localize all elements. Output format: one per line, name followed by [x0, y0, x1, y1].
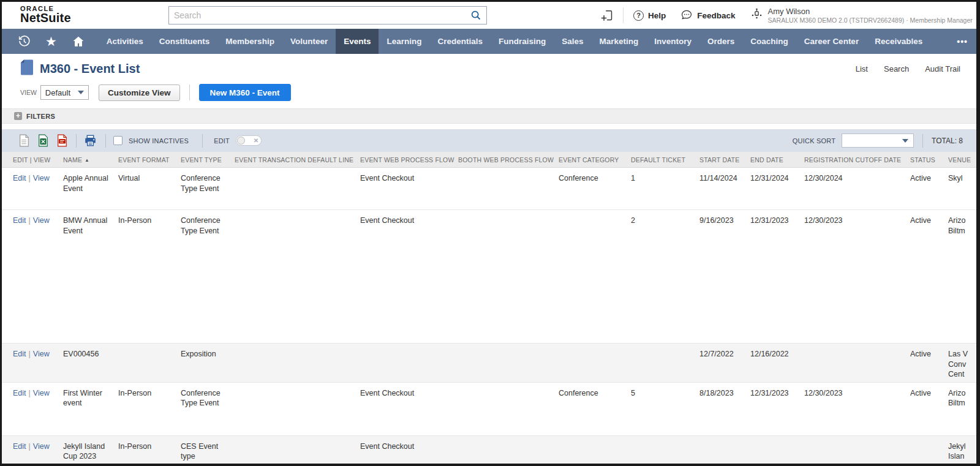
nav-tab-coaching[interactable]: Coaching [742, 29, 796, 54]
column-header-status[interactable]: STATUS [910, 152, 948, 168]
edit-link[interactable]: Edit [13, 389, 26, 397]
link-separator: | [29, 442, 31, 451]
column-header-start[interactable]: START DATE [699, 152, 750, 168]
quick-sort-select[interactable] [842, 133, 914, 148]
page-links: ListSearchAudit Trail [856, 64, 960, 73]
recent-records-icon[interactable] [18, 35, 31, 48]
column-header-category[interactable]: EVENT CATEGORY [559, 152, 631, 168]
cell-ticket [631, 344, 699, 383]
user-role-menu[interactable]: Amy Wilson SARALUX M360 DEMO 2.0 (TSTDRV… [750, 7, 980, 24]
help-menu[interactable]: ? Help [633, 10, 666, 21]
create-new-icon[interactable] [601, 9, 614, 22]
cell-txn [235, 435, 360, 466]
column-header-ticket[interactable]: DEFAULT TICKET [631, 152, 699, 168]
search-icon[interactable] [466, 10, 486, 21]
home-icon[interactable] [72, 35, 85, 48]
feedback-menu[interactable]: Feedback [680, 9, 735, 23]
page-link-list[interactable]: List [856, 64, 868, 73]
cell-cutoff: 12/30/2023 [804, 382, 910, 435]
nav-tab-membership[interactable]: Membership [217, 29, 282, 54]
cell-cutoff [804, 344, 910, 383]
nav-icons: ★ [2, 29, 99, 54]
cell-actions: Edit|View [2, 435, 63, 466]
view-select[interactable]: Default [40, 85, 89, 100]
export-csv-icon[interactable] [19, 134, 29, 147]
nav-tab-marketing[interactable]: Marketing [592, 29, 647, 54]
feedback-label: Feedback [697, 11, 735, 20]
edit-link[interactable]: Edit [13, 174, 26, 182]
table-row: Edit|ViewBMW Annual EventIn-PersonConfer… [2, 210, 980, 344]
export-pdf-icon[interactable] [57, 134, 67, 147]
cell-ticket [631, 435, 699, 466]
search-input[interactable] [169, 10, 466, 20]
new-event-button[interactable]: New M360 - Event [199, 84, 291, 101]
cell-type: CES Event type [181, 435, 235, 466]
column-header-end[interactable]: END DATE [750, 152, 804, 168]
cell-name: First Winter event [63, 382, 118, 435]
cell-category: Conference [559, 382, 631, 435]
nav-tab-receivables[interactable]: Receivables [867, 29, 930, 54]
nav-tabs: ActivitiesConstituentsMembershipVoluntee… [99, 29, 930, 54]
cell-actions: Edit|View [2, 344, 63, 383]
cell-venue: Arizo Biltm [948, 210, 980, 344]
edit-toggle[interactable]: ✕ [236, 135, 262, 146]
nav-tab-volunteer[interactable]: Volunteer [282, 29, 336, 54]
customize-view-button[interactable]: Customize View [99, 85, 180, 101]
nav-tab-learning[interactable]: Learning [379, 29, 429, 54]
nav-tab-orders[interactable]: Orders [699, 29, 742, 54]
nav-overflow-button[interactable]: ••• [957, 29, 976, 54]
nav-tab-activities[interactable]: Activities [99, 29, 151, 54]
table-row: Edit|ViewFirst Winter eventIn-PersonConf… [2, 382, 980, 435]
toggle-off-x-icon: ✕ [254, 137, 258, 144]
cell-status: Active [910, 210, 948, 344]
netsuite-logo[interactable]: ORACLE NetSuite [20, 5, 71, 25]
cell-ticket: 2 [631, 210, 699, 344]
shortcuts-star-icon[interactable]: ★ [45, 35, 57, 48]
nav-tab-credentials[interactable]: Credentials [429, 29, 491, 54]
nav-tab-inventory[interactable]: Inventory [646, 29, 699, 54]
column-header-venue[interactable]: VENUE [948, 152, 980, 168]
cell-name: Jekyll Island Cup 2023 [63, 435, 118, 466]
column-header-boothflow[interactable]: BOOTH WEB PROCESS FLOW [458, 152, 559, 168]
column-header-type[interactable]: EVENT TYPE [181, 152, 235, 168]
edit-link[interactable]: Edit [13, 216, 26, 225]
nav-tab-fundraising[interactable]: Fundraising [491, 29, 554, 54]
column-header-format[interactable]: EVENT FORMAT [118, 152, 181, 168]
nav-tab-events[interactable]: Events [336, 29, 379, 54]
cell-type: Conference Type Event [181, 168, 235, 210]
column-header-webflow[interactable]: EVENT WEB PROCESS FLOW [360, 152, 458, 168]
total-count: TOTAL: 8 [932, 137, 963, 145]
print-icon[interactable] [84, 134, 97, 147]
page-link-search[interactable]: Search [884, 64, 909, 73]
chevron-down-icon [78, 91, 84, 94]
filters-expander[interactable]: + FILTERS [2, 108, 976, 124]
edit-link[interactable]: Edit [13, 350, 26, 358]
cell-end: 12/31/2024 [750, 168, 804, 210]
view-link[interactable]: View [33, 174, 50, 182]
nav-tab-constituents[interactable]: Constituents [151, 29, 218, 54]
view-link[interactable]: View [33, 442, 50, 451]
view-link[interactable]: View [33, 216, 50, 225]
cell-webflow [360, 344, 458, 383]
show-inactives-label[interactable]: SHOW INACTIVES [129, 137, 189, 145]
view-link[interactable]: View [33, 350, 50, 358]
cell-format: In-Person [118, 210, 181, 344]
column-header-txn[interactable]: EVENT TRANSACTION DEFAULT LINE [235, 152, 360, 168]
nav-tab-sales[interactable]: Sales [554, 29, 591, 54]
edit-link[interactable]: Edit [13, 442, 26, 451]
export-excel-icon[interactable] [38, 134, 48, 147]
cell-webflow: Event Checkout [360, 210, 458, 344]
column-header-name[interactable]: NAME▲ [63, 152, 118, 168]
topbar-divider [623, 7, 624, 23]
page-link-audit-trail[interactable]: Audit Trail [925, 64, 960, 73]
nav-tab-career-center[interactable]: Career Center [796, 29, 867, 54]
cell-status: Active [910, 382, 948, 435]
column-header-cutoff[interactable]: REGISTRATION CUTOFF DATE [804, 152, 910, 168]
cell-end [750, 435, 804, 466]
column-header-actions[interactable]: EDIT | VIEW [2, 152, 63, 168]
cell-format: Virtual [118, 168, 181, 210]
cell-format: In-Person [118, 382, 181, 435]
cell-boothflow [458, 344, 559, 383]
show-inactives-checkbox[interactable] [113, 136, 123, 145]
view-link[interactable]: View [33, 389, 50, 397]
